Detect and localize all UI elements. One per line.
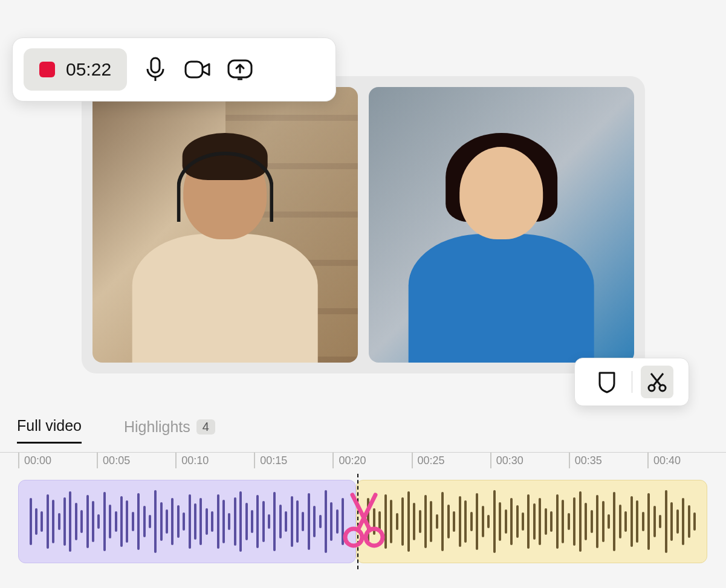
- waveform-bar: [510, 498, 513, 545]
- waveform-bar: [330, 502, 332, 541]
- waveform-bar: [80, 510, 83, 533]
- waveform-bar: [103, 492, 106, 552]
- time-tick: 00:05: [97, 453, 175, 468]
- waveform-bar: [613, 492, 615, 552]
- clip-2[interactable]: [356, 480, 707, 563]
- waveform-bar: [505, 509, 507, 534]
- waveform-bar: [217, 494, 219, 549]
- waveform-bar: [470, 512, 473, 531]
- upload-button[interactable]: [226, 56, 254, 83]
- waveform-bar: [69, 491, 71, 552]
- tab-label: Highlights: [124, 418, 190, 436]
- video-button[interactable]: [184, 56, 212, 83]
- shield-icon: [597, 370, 617, 393]
- waveform-bar: [30, 498, 32, 545]
- waveform-bar: [262, 501, 265, 541]
- svg-point-10: [366, 529, 383, 546]
- waveform-bar: [670, 502, 673, 541]
- waveform-bar: [413, 503, 415, 540]
- scissors-marker-icon: [342, 491, 386, 548]
- waveform-bar: [516, 505, 519, 538]
- tab-highlights[interactable]: Highlights 4: [124, 418, 215, 443]
- waveform-bar: [166, 509, 168, 534]
- waveform-bar: [325, 490, 327, 552]
- upload-icon: [227, 58, 253, 81]
- waveform-bar: [573, 497, 575, 546]
- waveform-bar: [407, 491, 410, 552]
- waveform-bar: [171, 498, 173, 545]
- time-tick: 00:30: [490, 453, 569, 468]
- mic-icon: [144, 57, 167, 82]
- waveform-bar: [453, 511, 455, 532]
- recording-toolbar: 05:22: [12, 37, 336, 102]
- waveform-bar: [251, 510, 253, 533]
- waveform-bar: [308, 493, 310, 550]
- waveform-bar: [256, 495, 259, 548]
- time-tick: 00:10: [175, 453, 254, 468]
- waveform-bar: [556, 494, 559, 549]
- waveform-bar: [268, 514, 270, 529]
- video-icon: [184, 59, 211, 80]
- svg-rect-0: [151, 58, 160, 73]
- waveform-bar: [296, 500, 299, 542]
- waveform-bar: [109, 505, 111, 538]
- waveform-bar: [302, 512, 304, 531]
- waveform-bar: [239, 491, 242, 552]
- waveform-bar: [63, 497, 66, 546]
- cut-button[interactable]: [641, 366, 673, 398]
- waveform-bar: [52, 500, 54, 544]
- waveform-bar: [419, 510, 421, 533]
- time-tick: 00:20: [332, 453, 411, 468]
- tab-full-video[interactable]: Full video: [17, 417, 82, 444]
- waveform-bar: [222, 500, 225, 544]
- record-indicator-icon: [39, 62, 55, 77]
- waveform-bar: [682, 498, 684, 545]
- waveform-bar: [550, 511, 553, 532]
- cut-marker[interactable]: [342, 489, 386, 550]
- waveform-bar: [659, 515, 661, 528]
- record-button[interactable]: 05:22: [24, 48, 127, 91]
- waveform-bar: [591, 510, 593, 533]
- tab-label: Full video: [17, 417, 82, 435]
- waveform-bar: [430, 501, 432, 541]
- waveform-bar: [120, 496, 123, 547]
- shield-button[interactable]: [591, 366, 623, 398]
- waveform-bar: [47, 494, 49, 549]
- waveform-bar: [86, 495, 89, 548]
- scissors-icon: [646, 371, 668, 393]
- waveform-bar: [653, 506, 656, 537]
- participant-tile-1[interactable]: [92, 87, 358, 363]
- waveform-bar: [177, 505, 180, 538]
- waveform-bar: [206, 508, 208, 535]
- waveform-bar: [602, 501, 604, 541]
- waveform-bar: [396, 513, 398, 530]
- waveform-bar: [464, 500, 467, 542]
- timeline-tabs: Full video Highlights 4: [17, 417, 215, 444]
- waveform-bar: [424, 495, 427, 548]
- waveform-bar: [619, 505, 621, 538]
- waveform-bar: [596, 495, 598, 548]
- time-tick: 00:00: [18, 453, 97, 468]
- edit-toolbar: [574, 358, 689, 406]
- video-call-container: [82, 76, 645, 373]
- divider: [632, 371, 632, 393]
- mic-button[interactable]: [141, 56, 169, 83]
- clip-1[interactable]: [18, 480, 356, 563]
- waveform-bar: [41, 511, 43, 532]
- waveform-bar: [630, 496, 633, 547]
- waveform-bar: [228, 513, 230, 530]
- waveform-bar: [476, 493, 478, 550]
- waveform-bar: [642, 512, 644, 531]
- waveform-bar: [647, 493, 650, 550]
- svg-point-9: [345, 529, 362, 546]
- waveform-bar: [234, 497, 236, 546]
- waveform-bar: [143, 506, 146, 537]
- waveform-bar: [319, 515, 322, 528]
- waveform-bar: [137, 493, 140, 550]
- waveform-bar: [75, 503, 77, 540]
- waveform-bar: [539, 498, 541, 545]
- time-tick: 00:40: [647, 453, 726, 468]
- waveform-bar: [527, 494, 530, 549]
- waveform-bar: [522, 512, 524, 530]
- participant-tile-2[interactable]: [369, 87, 634, 363]
